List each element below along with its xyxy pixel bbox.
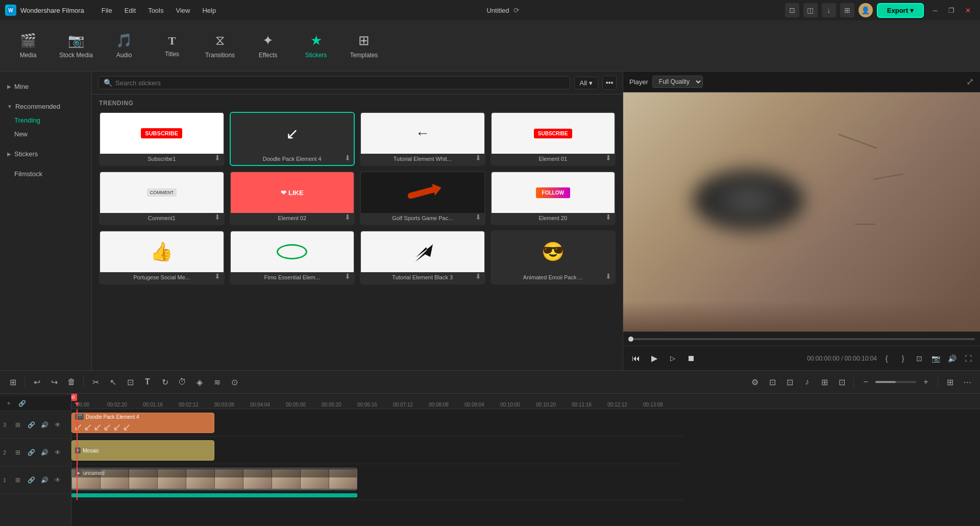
redo-button[interactable]: ↪ — [46, 374, 62, 390]
sidebar-item-stickers[interactable]: ▶ Stickers — [0, 147, 91, 161]
sync-icon[interactable]: ⟳ — [513, 6, 520, 14]
zoom-in-button[interactable]: + — [918, 374, 934, 390]
cut-button[interactable]: ✂ — [88, 374, 103, 390]
sticker-tutorial-black[interactable]: ⬇ Tutorial Element Black 3 — [360, 230, 485, 284]
sidebar-item-trending[interactable]: Trending — [0, 113, 91, 127]
track2-eye[interactable]: 👁 — [52, 447, 63, 458]
in-point-button[interactable]: { — [880, 352, 893, 365]
zoom-out-button[interactable]: − — [858, 374, 873, 390]
track1-add[interactable]: ⊞ — [12, 419, 23, 431]
sticker-tutorial-white[interactable]: ← ⬇ Tutorial Element Whit... — [360, 112, 485, 166]
preview-expand-icon[interactable]: ⤢ — [966, 76, 974, 87]
download-portuguese[interactable]: ⬇ — [214, 272, 220, 280]
menu-item-file[interactable]: File — [96, 5, 117, 16]
undo-button[interactable]: ↩ — [29, 374, 44, 390]
search-input[interactable] — [115, 79, 565, 87]
sidebar-item-new[interactable]: New — [0, 127, 91, 141]
snapshot-button[interactable]: 📷 — [929, 352, 942, 365]
download-tutorial-black[interactable]: ⬇ — [475, 272, 481, 280]
sticker-doodle4[interactable]: ↙ ⬇ Doodle Pack Element 4 — [230, 112, 355, 166]
download-element01[interactable]: ⬇ — [605, 154, 611, 162]
download-element20[interactable]: ⬇ — [605, 213, 611, 221]
grid-view-button[interactable]: ⊞ — [942, 374, 958, 390]
track3-add[interactable]: ⊞ — [12, 474, 23, 486]
track3-eye[interactable]: 👁 — [52, 474, 63, 486]
fullscreen-button[interactable]: ⛶ — [962, 352, 975, 365]
out-point-button[interactable]: } — [896, 352, 910, 365]
play-alt-button[interactable]: ▷ — [665, 351, 680, 366]
split-clip-button[interactable]: ⊞ — [817, 374, 832, 390]
sidebar-item-mine[interactable]: ▶ Mine — [0, 80, 91, 93]
timeline-scrubber[interactable] — [623, 331, 980, 346]
sidebar-item-filmstock[interactable]: Filmstock — [0, 167, 91, 181]
sticker-element01[interactable]: SUBSCRIBE ⬇ Element 01 — [491, 112, 616, 166]
tool-transitions[interactable]: ⧖ Transitions — [197, 26, 243, 66]
tool-stickers[interactable]: ★ Stickers — [293, 26, 339, 66]
download-tutorial-white[interactable]: ⬇ — [475, 154, 481, 162]
delete-button[interactable]: 🗑 — [64, 374, 79, 390]
maximize-button[interactable]: ❐ — [944, 3, 959, 17]
sticker-golf[interactable]: ⬇ Golf Sports Game Pac... — [360, 171, 485, 225]
sticker-subscribe1[interactable]: SUBSCRIBE ⬇ Subscribe1 — [99, 112, 225, 166]
download-subscribe1[interactable]: ⬇ — [214, 154, 220, 162]
layout-split-button[interactable]: ⊞ — [5, 374, 20, 390]
filter-dropdown[interactable]: All ▾ — [574, 77, 598, 89]
more-options-button[interactable]: ••• — [602, 76, 617, 90]
export-button[interactable]: Export ▾ — [877, 3, 924, 18]
tool-audio[interactable]: 🎵 Audio — [101, 26, 147, 66]
download-emoji[interactable]: ⬇ — [605, 272, 611, 280]
stop-button[interactable]: ⏹ — [683, 351, 699, 366]
sidebar-item-recommended[interactable]: ▼ Recommended — [0, 100, 91, 113]
grid-icon[interactable]: ⊞ — [840, 3, 854, 17]
tool-media[interactable]: 🎬 Media — [5, 26, 51, 66]
marker-button[interactable]: ⊡ — [782, 374, 797, 390]
text-button[interactable]: T — [140, 374, 155, 390]
quality-select[interactable]: Full Quality 1/2 Quality 1/4 Quality — [652, 76, 703, 88]
download-icon[interactable]: ↓ — [822, 3, 836, 17]
tool-titles[interactable]: T Titles — [149, 26, 195, 66]
more-tools-button[interactable]: ⊙ — [227, 374, 242, 390]
audio-edit-button[interactable]: ≋ — [209, 374, 225, 390]
tool-stock-media[interactable]: 📷 Stock Media — [53, 26, 99, 66]
track1-link[interactable]: 🔗 — [26, 419, 37, 431]
clip-video[interactable]: ▶ unnamed — [71, 468, 357, 490]
menu-item-help[interactable]: Help — [197, 5, 221, 16]
track3-audio[interactable]: 🔊 — [39, 474, 50, 486]
crop-button[interactable]: ⊡ — [122, 374, 138, 390]
play-button[interactable]: ▶ — [647, 351, 662, 366]
link-button[interactable]: 🔗 — [16, 398, 28, 409]
settings-button[interactable]: ⚙ — [747, 374, 763, 390]
speed-button[interactable]: ⏱ — [175, 374, 190, 390]
time-slider[interactable] — [628, 338, 975, 340]
sticker-emoji[interactable]: 😎 ⬇ Animated Emoii Pack ... — [491, 230, 616, 284]
audio-button[interactable]: 🔊 — [945, 352, 959, 365]
clip-doodle[interactable]: 🎬 Doodle Pack Element 4 ↙ ↙ ↙ ↙ ↙ ↙ — [71, 413, 214, 433]
sticker-fimo[interactable]: ⬇ Fimo Essential Elem... — [230, 230, 355, 284]
menu-item-edit[interactable]: Edit — [119, 5, 141, 16]
scene-detect-button[interactable]: ⊡ — [834, 374, 849, 390]
sticker-portuguese[interactable]: 👍 ⬇ Portugese Social Me... — [99, 230, 225, 284]
download-comment1[interactable]: ⬇ — [214, 213, 220, 221]
track2-link[interactable]: 🔗 — [26, 447, 37, 458]
clip-mosaic[interactable]: + Mosaic — [71, 440, 214, 461]
menu-item-view[interactable]: View — [170, 5, 195, 16]
download-element02[interactable]: ⬇ — [345, 213, 351, 221]
timeline-main[interactable]: 00:00 00:02:20 00:01:16 00:02:12 00:03:0… — [71, 394, 980, 526]
menu-item-tools[interactable]: Tools — [143, 5, 168, 16]
minimize-button[interactable]: ─ — [928, 3, 942, 17]
audio-track-button[interactable]: ♪ — [799, 374, 815, 390]
add-track-button[interactable]: + — [3, 398, 14, 409]
step-back-button[interactable]: ⏮ — [628, 351, 644, 366]
sticker-comment1[interactable]: COMMENT ⬇ Comment1 — [99, 171, 225, 225]
search-box[interactable]: 🔍 — [98, 76, 570, 89]
rotate-button[interactable]: ↻ — [157, 374, 173, 390]
download-fimo[interactable]: ⬇ — [345, 272, 351, 280]
track1-audio[interactable]: 🔊 — [39, 419, 50, 431]
screen-icon[interactable]: ◫ — [803, 3, 818, 17]
color-button[interactable]: ◈ — [192, 374, 207, 390]
sticker-element20[interactable]: FOLLOW ⬇ Element 20 — [491, 171, 616, 225]
track2-add[interactable]: ⊞ — [12, 447, 23, 458]
download-doodle4[interactable]: ⬇ — [345, 154, 351, 162]
expand-button[interactable]: ⋯ — [960, 374, 975, 390]
track2-audio[interactable]: 🔊 — [39, 447, 50, 458]
